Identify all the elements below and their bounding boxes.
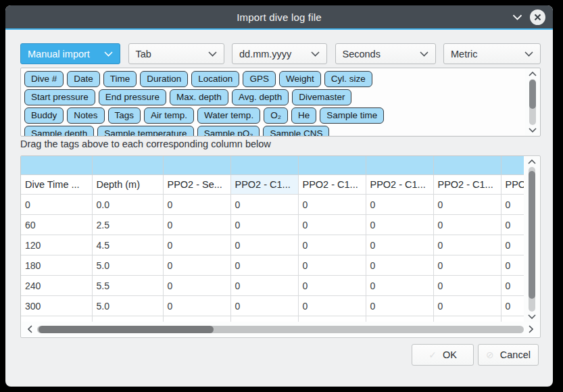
scroll-down-icon[interactable] [529, 128, 537, 132]
drop-target-row [21, 156, 524, 175]
table-cell: 60 [21, 215, 92, 235]
units-system-select[interactable]: Metric [443, 43, 541, 64]
tag-pool-scrollbar[interactable] [525, 69, 539, 135]
tag-sample-time[interactable]: Sample time [320, 107, 384, 124]
tag-air-temp[interactable]: Air temp. [144, 107, 194, 124]
scroll-left-icon[interactable] [28, 325, 32, 333]
tag-cyl-size[interactable]: Cyl. size [324, 71, 372, 87]
titlebar-controls [512, 5, 545, 28]
table-cell: 0 [230, 276, 298, 296]
table-cell: 5.0 [92, 255, 163, 276]
table-cell: 0 [230, 215, 298, 235]
scrollbar-thumb[interactable] [529, 80, 536, 108]
import-options-toolbar: Manual import Tab dd.mm.yyyy Seconds Met… [20, 43, 541, 64]
drop-target-cell[interactable] [298, 156, 366, 175]
table-row [21, 316, 524, 322]
tag-sample-cns[interactable]: Sample CNS [263, 126, 329, 136]
date-format-select[interactable]: dd.mm.yyyy [232, 43, 327, 64]
shade-window-button[interactable] [512, 14, 522, 20]
ok-button[interactable]: ✓ OK [412, 344, 474, 366]
tag-start-pressure[interactable]: Start pressure [24, 89, 95, 105]
tag-avg-depth[interactable]: Avg. depth [232, 89, 289, 105]
tag-he[interactable]: He [291, 107, 316, 124]
field-separator-select[interactable]: Tab [128, 43, 224, 64]
tag-sample-temperature[interactable]: Sample temperature [97, 126, 193, 136]
tag-sample-po[interactable]: Sample pO₂ [197, 126, 260, 136]
table-cell: 0 [366, 255, 433, 276]
tag-sample-depth[interactable]: Sample depth [24, 126, 94, 136]
tag-buddy[interactable]: Buddy [24, 107, 64, 124]
table-cell: 0 [230, 235, 298, 255]
table-cell: 0 [298, 276, 366, 296]
table-horizontal-scrollbar[interactable] [22, 322, 539, 337]
import-mode-value: Manual import [28, 49, 90, 59]
scrollbar-thumb[interactable] [39, 326, 214, 333]
drop-target-cell[interactable] [230, 156, 298, 175]
drop-target-cell[interactable] [366, 156, 433, 175]
chevron-down-icon [524, 51, 533, 57]
table-row: 00.0000000 [21, 195, 524, 215]
table-cell: 0 [163, 276, 230, 296]
tag-row: BuddyNotesTagsAir temp.Water temp.O₂HeSa… [24, 107, 522, 124]
ok-button-label: OK [443, 349, 457, 360]
table-cell: 0 [501, 215, 524, 235]
tag-max-depth[interactable]: Max. depth [170, 89, 228, 105]
table-cell: 0 [433, 235, 501, 255]
drop-target-cell[interactable] [92, 156, 163, 175]
tag-date[interactable]: Date [67, 71, 100, 87]
chevron-down-icon [512, 14, 522, 20]
cancel-button[interactable]: ⊘ Cancel [478, 344, 539, 366]
titlebar-accent-line [5, 28, 553, 30]
cancel-button-label: Cancel [500, 349, 531, 360]
tag-gps[interactable]: GPS [243, 71, 276, 87]
drop-target-cell[interactable] [433, 156, 501, 175]
table-cell: 0 [501, 195, 524, 215]
drop-target-cell[interactable] [501, 156, 524, 175]
chevron-down-icon [104, 51, 113, 57]
table-cell: 0 [433, 255, 501, 276]
tag-end-pressure[interactable]: End pressure [99, 89, 166, 105]
import-mode-select[interactable]: Manual import [20, 43, 120, 64]
tag-water-temp[interactable]: Water temp. [197, 107, 260, 124]
table-cell: 5.0 [92, 296, 163, 316]
table-cell: 0 [366, 276, 433, 296]
tag-dive[interactable]: Dive # [24, 71, 64, 87]
scrollbar-thumb[interactable] [529, 171, 535, 298]
tag-duration[interactable]: Duration [140, 71, 188, 87]
drop-target-cell[interactable] [21, 156, 92, 175]
table-cell: 0 [433, 276, 501, 296]
tag-location[interactable]: Location [191, 71, 239, 87]
drop-target-cell[interactable] [163, 156, 230, 175]
tag-divemaster[interactable]: Divemaster [292, 89, 351, 105]
table-row: 602.5000000 [21, 215, 524, 235]
table-vertical-scrollbar[interactable] [524, 157, 539, 322]
check-icon: ✓ [429, 349, 437, 360]
table-cell: 0 [230, 195, 298, 215]
tag-notes[interactable]: Notes [67, 107, 104, 124]
tag-pool: Dive #DateTimeDurationLocationGPSWeightC… [20, 68, 541, 137]
table-cell: 0 [163, 235, 230, 255]
scrollbar-track[interactable] [529, 167, 535, 312]
time-format-select[interactable]: Seconds [335, 43, 436, 64]
scroll-up-icon[interactable] [528, 160, 536, 164]
column-header: Depth (m) [92, 175, 163, 195]
titlebar[interactable]: Import dive log file [5, 5, 553, 28]
table-cell: 0 [433, 296, 501, 316]
table-cell: 300 [21, 296, 92, 316]
table-cell: 0 [433, 195, 501, 215]
scroll-up-icon[interactable] [529, 72, 537, 76]
scroll-right-icon[interactable] [529, 325, 533, 333]
table-row: 3005.0000000 [21, 296, 524, 316]
table-cell: 180 [21, 255, 92, 276]
scrollbar-track[interactable] [529, 79, 536, 125]
table-row: 1204.5000000 [21, 235, 524, 255]
close-button[interactable] [530, 9, 545, 25]
tag-time[interactable]: Time [103, 71, 137, 87]
tag-weight[interactable]: Weight [279, 71, 321, 87]
scroll-down-icon[interactable] [528, 314, 536, 319]
date-format-value: dd.mm.yyyy [239, 49, 291, 59]
scrollbar-track[interactable] [37, 326, 524, 333]
tag-row: Dive #DateTimeDurationLocationGPSWeightC… [24, 71, 522, 87]
tag-tags[interactable]: Tags [108, 107, 141, 124]
tag-o[interactable]: O₂ [264, 107, 288, 124]
